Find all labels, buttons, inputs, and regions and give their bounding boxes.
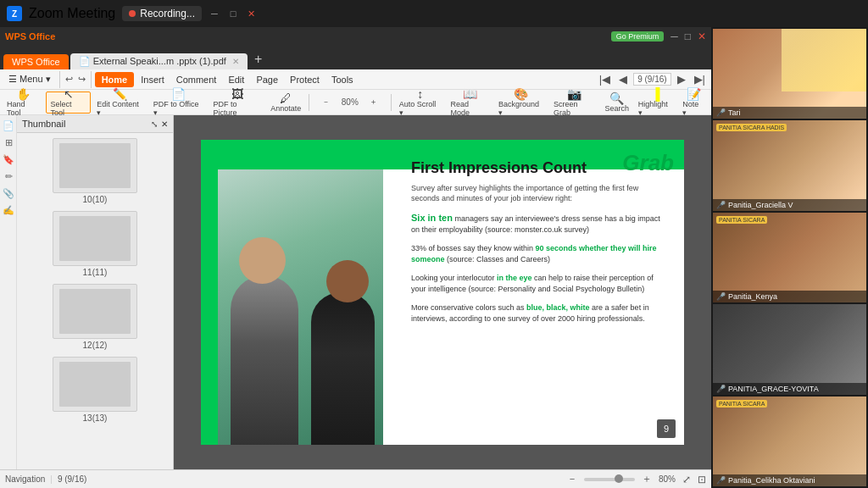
restore-wps-icon[interactable]: □ (685, 30, 691, 42)
read-mode-button[interactable]: 📖 Read Mode (448, 92, 492, 114)
wps-menubar: ☰ Menu ▾ ↩ ↪ Home Insert Comment Edit Pa… (0, 69, 711, 90)
menu-protect[interactable]: Protect (285, 73, 325, 86)
participant-tile-kenya: PANITIA SICARA 🎤 Panitia_Kenya (713, 213, 866, 302)
slide-subtitle: Survey after survey highlights the impor… (411, 183, 660, 204)
menu-comment[interactable]: Comment (171, 73, 222, 86)
menu-insert[interactable]: Insert (136, 73, 170, 86)
navigation-label: Navigation (5, 474, 45, 484)
menu-hamburger[interactable]: ☰ Menu ▾ (3, 72, 56, 86)
background-button[interactable]: 🎨 Background ▾ (495, 92, 548, 114)
recording-indicator: Home Recording... (122, 6, 202, 21)
thumbnail-img-13 (53, 357, 137, 412)
tab-pdf-label: 📄 External Speaki...m .pptx (1).pdf (79, 56, 226, 66)
pdf-to-office-button[interactable]: 📄 PDF to Office ▾ (150, 92, 208, 114)
thumbnail-expand-icon[interactable]: ⤡ (151, 119, 158, 129)
statusbar-zoom-plus[interactable]: ＋ (642, 472, 652, 486)
tab-pdf-file[interactable]: 📄 External Speaki...m .pptx (1).pdf ✕ (70, 53, 248, 69)
tab-add-button[interactable]: + (249, 49, 267, 69)
go-premium-button[interactable]: Go Premium (611, 31, 665, 42)
titlebar: Z Zoom Meeting Home Recording... ─ □ ✕ (0, 0, 868, 27)
page-icon[interactable]: 📄 (2, 119, 15, 132)
tab-close-icon[interactable]: ✕ (232, 57, 239, 66)
recording-label: Recording... (140, 8, 195, 19)
slide-stat-1: Six in ten managers say an interviewee's… (411, 211, 660, 236)
signature-icon[interactable]: ✍ (2, 203, 15, 217)
slide-photo (218, 169, 383, 445)
maximize-button[interactable]: □ (227, 8, 239, 19)
slide-stat-2: 33% of bosses say they know within 90 se… (411, 243, 660, 266)
wps-toolbar-2: ✋ Hand Tool ↖ Select Tool ✏️ Edit Conten… (0, 90, 711, 115)
wps-top-right: Go Premium ─ □ ✕ (611, 30, 706, 42)
thumbnail-icon[interactable]: ⊞ (2, 136, 15, 149)
thumbnail-item-12[interactable]: 12(12) (53, 284, 137, 350)
note-button[interactable]: 📝 Note ▾ (679, 92, 708, 114)
thumb-label-12: 12(12) (83, 341, 108, 350)
highlight-button[interactable]: ▐ Highlight ▾ (635, 92, 676, 114)
close-wps-icon[interactable]: ✕ (698, 30, 706, 42)
slide-text-area: First Impressions Count Survey after sur… (404, 152, 667, 339)
zoom-icon: Z (7, 6, 22, 21)
minimize-wps-icon[interactable]: ─ (670, 30, 678, 42)
redo-button[interactable]: ↪ (76, 74, 87, 85)
edit-content-button[interactable]: ✏️ Edit Content ▾ (93, 92, 147, 114)
thumbnail-item-10[interactable]: 10(10) (53, 138, 137, 204)
zoom-in-button[interactable]: ＋ (361, 92, 387, 114)
close-button[interactable]: ✕ (246, 8, 258, 19)
wps-tabbar: WPS Office 📄 External Speaki...m .pptx (… (0, 46, 711, 69)
mic-icon-tari: 🎤 (716, 108, 726, 117)
slide-page-number: 9 (657, 419, 676, 438)
page-indicator[interactable]: 9 (9/16) (633, 73, 670, 86)
badge-kenya: PANITIA SICARA (716, 216, 767, 224)
thumb-label-13: 13(13) (83, 413, 108, 423)
undo-button[interactable]: ↩ (64, 74, 75, 85)
next-page-button[interactable]: ▶ (675, 72, 688, 86)
zoom-slider[interactable] (584, 478, 635, 481)
pdf-to-picture-button[interactable]: 🖼 PDF to Picture (210, 92, 265, 114)
fit-page-icon[interactable]: ⊡ (698, 474, 706, 485)
screen-grab-button[interactable]: 📷 Screen Grab (550, 92, 599, 114)
menu-tools[interactable]: Tools (326, 73, 359, 86)
thumbnail-item-13[interactable]: 13(13) (53, 357, 137, 423)
statusbar-right: － ＋ 80% ⤢ ⊡ (567, 472, 706, 486)
hand-tool-button[interactable]: ✋ Hand Tool (3, 92, 43, 114)
thumbnail-item-11[interactable]: 11(11) (53, 211, 137, 277)
zoom-level: 80% (342, 97, 359, 107)
fit-width-icon[interactable]: ⤢ (682, 474, 691, 485)
thumbnail-header-controls: ⤡ ✕ (151, 119, 168, 129)
menu-edit[interactable]: Edit (223, 73, 249, 86)
annotate-button[interactable]: 🖊 Annotate (268, 92, 304, 114)
auto-scroll-button[interactable]: ↕ Auto Scroll ▾ (396, 92, 445, 114)
participants-panel: 🎤 Tari PANITIA SICARA HADIS 🎤 Panitia_Gr… (711, 27, 868, 488)
menu-page[interactable]: Page (251, 73, 283, 86)
minimize-button[interactable]: ─ (209, 8, 220, 19)
select-tool-button[interactable]: ↖ Select Tool (46, 92, 91, 114)
last-page-button[interactable]: ▶| (692, 72, 708, 86)
first-page-button[interactable]: |◀ (597, 72, 613, 86)
app-title: Zoom Meeting (29, 6, 115, 21)
wps-top-left: WPS Office (5, 31, 55, 42)
thumbnail-img-10 (53, 138, 137, 193)
bookmark-icon[interactable]: 🔖 (2, 152, 15, 166)
attachment-icon[interactable]: 📎 (2, 186, 15, 200)
mic-icon-graciella: 🎤 (716, 201, 726, 209)
mic-icon-grace: 🎤 (716, 385, 726, 393)
participant-name-kenya: 🎤 Panitia_Kenya (713, 291, 866, 302)
participant-tile-celikha: PANITIA SICARA 🎤 Panitia_Celikha Oktavia… (713, 396, 866, 486)
thumbnail-img-12 (53, 284, 137, 339)
badge-graciella: PANITIA SICARA HADIS (716, 124, 787, 131)
statusbar-zoom-minus[interactable]: － (567, 472, 577, 486)
prev-page-button[interactable]: ◀ (616, 72, 630, 86)
recording-dot (129, 10, 136, 17)
thumb-label-11: 11(11) (83, 268, 108, 277)
participant-name-celikha: 🎤 Panitia_Celikha Oktaviani (713, 474, 866, 486)
wps-office-tab[interactable]: WPS Office (5, 31, 55, 42)
tab-wps-office[interactable]: WPS Office (3, 54, 69, 69)
search-button[interactable]: 🔍 Search (602, 92, 632, 114)
zoom-out-button[interactable]: － (314, 92, 339, 114)
menu-home[interactable]: Home (95, 72, 135, 87)
thumbnail-panel: Thumbnail ⤡ ✕ 10(10) (17, 115, 174, 469)
thumbnail-close-icon[interactable]: ✕ (161, 119, 168, 129)
thumbnail-list: 10(10) 11(11) 12(12) (17, 133, 173, 469)
content-area: 📄 ⊞ 🔖 ✏ 📎 ✍ Thumbnail ⤡ ✕ (0, 115, 711, 469)
annotation-icon[interactable]: ✏ (2, 169, 15, 183)
